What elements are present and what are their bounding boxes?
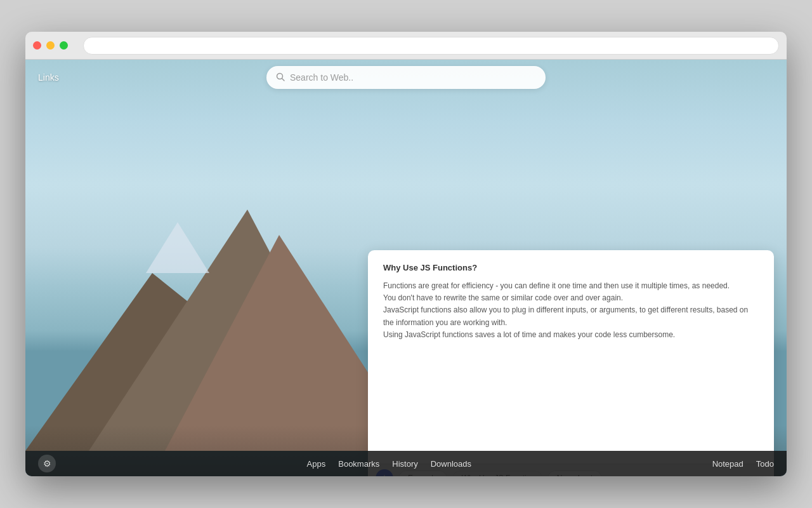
mountain-main — [89, 210, 374, 451]
browser-content: Links Search to Web.. Why Use JS Functio… — [25, 60, 787, 476]
notepad-body: Functions are great for efficiency - you… — [383, 280, 759, 341]
taskbar-apps[interactable]: Apps — [307, 459, 326, 469]
taskbar-downloads[interactable]: Downloads — [431, 459, 471, 469]
notepad-para4: Using JavaScript functions saves a lot o… — [383, 329, 759, 341]
taskbar-todo[interactable]: Todo — [756, 459, 774, 469]
minimize-button[interactable] — [46, 41, 55, 50]
taskbar-notepad[interactable]: Notepad — [712, 459, 743, 469]
taskbar-right: Notepad Todo — [712, 459, 774, 469]
notepad-card: Why Use JS Functions? Functions are grea… — [368, 250, 774, 476]
browser-window: Links Search to Web.. Why Use JS Functio… — [25, 32, 787, 476]
mountain-snow — [146, 222, 209, 273]
notepad-para2: You don't have to rewrite the same or si… — [383, 292, 759, 304]
taskbar-links: Apps Bookmarks History Downloads — [66, 459, 712, 469]
notepad-content: Why Use JS Functions? Functions are grea… — [368, 250, 774, 464]
title-bar — [25, 32, 787, 60]
search-container: Search to Web.. — [266, 66, 546, 89]
gear-icon: ⚙ — [43, 458, 51, 469]
taskbar-history[interactable]: History — [392, 459, 417, 469]
address-bar[interactable] — [83, 37, 779, 55]
taskbar: ⚙ Apps Bookmarks History Downloads Notep… — [25, 451, 787, 476]
notepad-para1: Functions are great for efficiency - you… — [383, 280, 759, 292]
mountain-back — [25, 273, 374, 451]
settings-button[interactable]: ⚙ — [38, 455, 56, 472]
close-button[interactable] — [33, 41, 41, 50]
links-label[interactable]: Links — [38, 72, 59, 83]
search-bar[interactable]: Search to Web.. — [266, 66, 546, 89]
search-icon — [276, 72, 285, 83]
taskbar-bookmarks[interactable]: Bookmarks — [338, 459, 379, 469]
notepad-para3: JavaScript functions also allow you to p… — [383, 304, 759, 328]
maximize-button[interactable] — [60, 41, 68, 50]
svg-line-1 — [282, 78, 285, 81]
search-placeholder: Search to Web.. — [290, 72, 536, 83]
notepad-title: Why Use JS Functions? — [383, 263, 759, 272]
